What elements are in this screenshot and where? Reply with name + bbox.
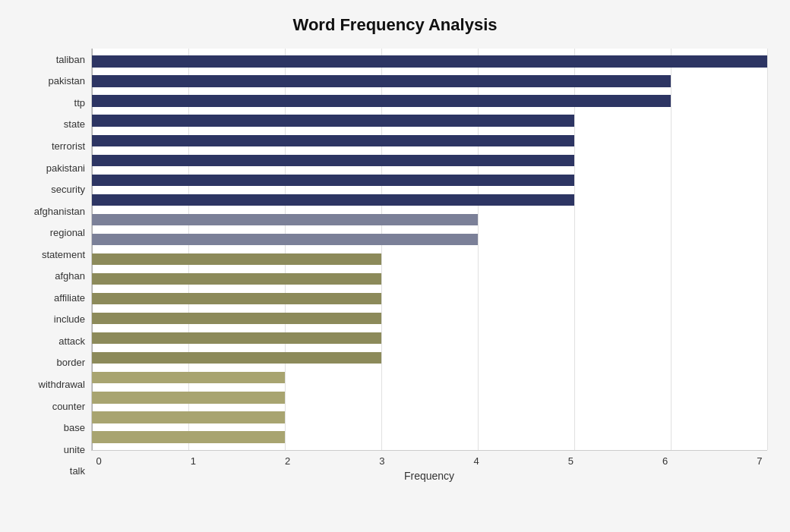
y-label: statement (42, 250, 85, 260)
bar-row (92, 111, 767, 131)
bar-row (92, 348, 767, 368)
bar-row (92, 150, 767, 170)
bar-row (92, 289, 767, 309)
bar (92, 313, 381, 324)
x-tick: 3 (374, 455, 390, 467)
y-label: include (54, 314, 85, 324)
bar (92, 214, 478, 225)
y-label: taliban (56, 55, 85, 65)
bar-row (92, 309, 767, 329)
bar-row (92, 229, 767, 249)
bar (92, 234, 478, 245)
bar (92, 293, 381, 304)
bar (92, 115, 574, 126)
chart-title: Word Frequency Analysis (23, 15, 767, 35)
y-label: ttp (74, 98, 85, 108)
bar (92, 175, 574, 186)
x-tick: 5 (563, 455, 578, 467)
bar (92, 372, 285, 383)
y-label: border (56, 357, 85, 367)
bar-row (92, 269, 767, 289)
x-tick: 0 (91, 455, 106, 467)
y-label: afghanistan (34, 206, 85, 216)
bar (92, 332, 381, 344)
bar (92, 253, 381, 265)
bar (92, 392, 285, 403)
bar (92, 75, 671, 87)
x-tick: 2 (280, 455, 295, 467)
y-label: afghan (55, 271, 85, 281)
bar-row (92, 209, 767, 229)
bar-row (92, 71, 767, 91)
bar-row (92, 329, 767, 348)
bar (92, 352, 381, 364)
bar (92, 55, 767, 67)
y-label: counter (52, 401, 85, 411)
y-label: withdrawal (39, 379, 85, 389)
y-label: state (64, 119, 85, 129)
y-label: affiliate (54, 293, 85, 303)
bar-row (92, 131, 767, 150)
x-axis: 01234567 (91, 451, 767, 467)
y-label: base (64, 423, 85, 433)
x-tick: 4 (469, 455, 484, 467)
bar (92, 95, 671, 106)
bar (92, 273, 381, 285)
x-tick: 6 (658, 455, 673, 467)
bar-row (92, 190, 767, 209)
bars-and-x: 01234567 Frequency (91, 49, 767, 482)
chart-area: talibanpakistanttpstateterroristpakistan… (23, 49, 767, 482)
x-tick: 1 (185, 455, 201, 467)
y-label: regional (50, 228, 85, 238)
y-labels: talibanpakistanttpstateterroristpakistan… (23, 49, 91, 482)
bars-area (91, 49, 767, 451)
y-label: unite (64, 445, 85, 455)
bar-row (92, 170, 767, 190)
bar (92, 194, 574, 206)
y-label: pakistan (49, 76, 85, 86)
y-label: talk (70, 466, 85, 476)
bar (92, 135, 574, 146)
bar-row (92, 249, 767, 269)
bar (92, 431, 285, 442)
bar-row (92, 368, 767, 388)
x-axis-label: Frequency (91, 470, 767, 482)
y-label: security (51, 184, 85, 194)
y-label: terrorist (52, 141, 85, 151)
y-label: attack (58, 336, 85, 346)
bar (92, 155, 574, 166)
bar-row (92, 408, 767, 427)
bar-row (92, 388, 767, 408)
x-tick: 7 (752, 455, 767, 467)
bar (92, 411, 285, 423)
bar-row (92, 427, 767, 447)
y-label: pakistani (46, 163, 85, 173)
chart-container: Word Frequency Analysis talibanpakistant… (0, 0, 790, 532)
bar-row (92, 91, 767, 111)
bar-row (92, 52, 767, 71)
grid-line (767, 49, 768, 450)
